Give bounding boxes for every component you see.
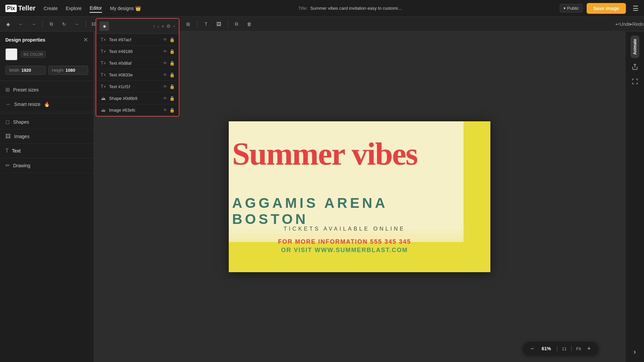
tickets-text[interactable]: TICKETS AVAILABLE ONLINE [229,226,460,232]
lock-icon[interactable]: 🔒 [169,84,175,89]
zoom-separator-2: | [571,346,572,352]
preset-sizes-item[interactable]: ⊞ Preset sizes [0,82,94,97]
image-button[interactable]: 🖼 [213,19,224,29]
text-item[interactable]: T Text [0,144,94,158]
layer-actions: 👁 🔒 [163,108,175,113]
layer-actions: 👁 🔒 [163,96,175,101]
height-label: Height [52,68,64,73]
divider-1 [0,81,94,81]
arrow-right-icon[interactable]: › [629,346,641,358]
venue-text[interactable]: AGGAMIS ARENA BOSTON [232,195,460,227]
text-type-icon: T+ [100,37,106,42]
zoom-in-button[interactable]: + [585,345,593,353]
layer-item-text-49186[interactable]: T+ Text #49186 👁 🔒 [96,46,179,57]
delete-layer-button[interactable]: 🗑 [244,19,255,29]
lock-icon[interactable]: 🔒 [169,108,175,113]
smart-resize-item[interactable]: ↔ Smart resize 🔥 [0,97,94,112]
layer-actions: 👁 🔒 [163,49,175,54]
select-tool-button[interactable]: ◆ [3,19,13,29]
text-button[interactable]: T [201,19,211,29]
layer-item-text-0d8af[interactable]: T+ Text #0d8af 👁 🔒 [96,57,179,69]
refresh-button[interactable]: ↻ [59,19,69,29]
lock-icon[interactable]: 🔒 [169,96,175,101]
images-label: Images [14,134,30,139]
text-type-icon: T+ [100,49,106,54]
visibility-icon[interactable]: 👁 [163,108,167,113]
title-value[interactable]: Summer vibes card invitation easy to cus… [310,6,402,11]
height-field[interactable]: Height 1080 [48,66,89,75]
width-label: Width [9,68,19,73]
layer-actions: 👁 🔒 [163,84,175,89]
height-value: 1080 [65,68,75,73]
copy-layer-button[interactable]: ⧉ [231,19,242,29]
nav-create[interactable]: Create [44,4,58,12]
smart-resize-label: Smart resize [14,102,41,107]
preset-sizes-label: Preset sizes [13,87,39,93]
text-label: Text [12,148,21,154]
align-right-button[interactable]: → [28,19,39,29]
undo-button[interactable]: ↩ Undo [618,19,629,29]
layer-item-text-97acf[interactable]: T+ Text #97acf 👁 🔒 [96,34,179,46]
layer-name: Text #1cf1f [109,84,160,89]
shapes-item[interactable]: ◻ Shapes [0,115,94,129]
layer-actions: 👁 🔒 [163,37,175,42]
public-dropdown[interactable]: ▾ Public [560,4,583,12]
nav-my-designs[interactable]: My designs 👑 [110,4,141,12]
nav-right-actions: ▾ Public Save image ☰ [560,3,639,14]
layer-name: Text #0833e [109,72,160,77]
page-number: 11 [562,346,567,351]
layer-item-text-1cf1f[interactable]: T+ Text #1cf1f 👁 🔒 [96,81,179,93]
toolbar-separator-1 [42,20,43,28]
expand-icon[interactable] [629,75,641,87]
width-field[interactable]: Width 1920 [5,66,46,75]
layer-item-shape-0d6b9[interactable]: ⛰ Shape #0d6b9 👁 🔒 [96,93,179,104]
layer-item-text-0833e[interactable]: T+ Text #0833e 👁 🔒 [96,69,179,81]
lock-icon[interactable]: 🔒 [169,61,175,66]
bg-color-row: BG COLOR [0,47,94,64]
lock-icon[interactable]: 🔒 [169,72,175,77]
images-item[interactable]: 🖼 Images [0,129,94,144]
preset-sizes-icon: ⊞ [5,86,10,93]
bg-color-swatch[interactable] [5,48,17,60]
animate-button[interactable]: Animate [631,36,639,58]
smart-resize-icon: ↔ [5,101,11,107]
document-title-area: Title: Summer vibes card invitation easy… [149,6,552,11]
redo-button[interactable]: ↪ Redo [631,19,641,29]
divider-2 [0,113,94,113]
lock-icon[interactable]: 🔒 [169,49,175,54]
toolbar-separator-4 [227,20,228,28]
main-area: Design properties ✕ BG COLOR Width 1920 … [0,32,644,362]
close-panel-icon[interactable]: ✕ [83,36,88,44]
drawing-item[interactable]: ✏ Drawing [0,158,94,173]
grid-button[interactable]: ⊞ [183,19,194,29]
nav-editor[interactable]: Editor [90,4,102,13]
nav-explore[interactable]: Explore [66,4,82,12]
toolbar-separator-3 [197,20,197,28]
website-text[interactable]: OR VISIT WWW.SUMMERBLAST.COM [229,247,460,254]
save-image-button[interactable]: Save image [587,3,626,14]
visibility-icon[interactable]: 👁 [163,61,167,66]
align-left-button[interactable]: ← [15,19,26,29]
layers-panel: ◆ ↑ ↓ + ⚙ − T+ Text #97acf 👁 🔒 T+ Text #… [96,32,179,117]
zoom-out-button[interactable]: − [528,345,536,353]
image-type-icon: ⛰ [100,107,106,113]
share-icon[interactable] [629,61,641,73]
lock-icon[interactable]: 🔒 [169,37,175,42]
visibility-icon[interactable]: 👁 [163,49,167,54]
fire-icon: 🔥 [44,102,50,107]
info-text[interactable]: FOR MORE INFORMATION 555 345 345 [229,238,460,245]
hamburger-menu-icon[interactable]: ☰ [633,4,639,12]
visibility-icon[interactable]: 👁 [163,72,167,77]
design-canvas[interactable]: Summer vibes AGGAMIS ARENA BOSTON TICKET… [229,121,490,272]
copy-button[interactable]: ⧉ [46,19,57,29]
app-logo[interactable]: Pix Teller [5,4,36,12]
layer-item-image-63efc[interactable]: ⛰ Image #63efc 👁 🔒 [96,104,179,116]
summer-vibes-heading[interactable]: Summer vibes [232,138,417,170]
fit-button[interactable]: Fit [576,346,581,351]
visibility-icon[interactable]: 👁 [163,84,167,89]
right-sidebar: Animate › [625,32,644,362]
top-navigation: Pix Teller Create Explore Editor My desi… [0,0,644,17]
minus-button[interactable]: − [71,19,82,29]
visibility-icon[interactable]: 👁 [163,37,167,42]
visibility-icon[interactable]: 👁 [163,96,167,101]
